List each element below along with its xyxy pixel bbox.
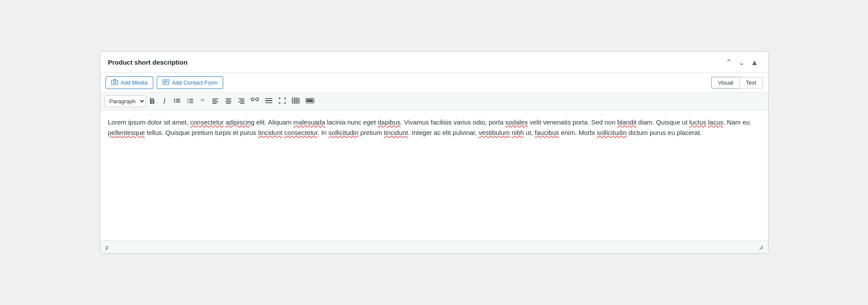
italic-icon: I: [163, 98, 165, 105]
link-button[interactable]: [248, 96, 261, 107]
paragraph-select[interactable]: Paragraph: [105, 95, 146, 107]
content-paragraph: Lorem ipsum dolor sit amet, consectetur …: [108, 117, 760, 138]
add-media-icon: [111, 79, 118, 86]
svg-rect-21: [212, 103, 217, 104]
svg-rect-9: [176, 100, 180, 101]
resize-handle[interactable]: [757, 243, 763, 251]
svg-rect-27: [240, 100, 244, 101]
svg-rect-11: [176, 102, 180, 102]
svg-rect-45: [308, 101, 311, 102]
add-contact-form-button[interactable]: Add Contact Form: [157, 76, 224, 89]
collapse-up-button[interactable]: ⌃: [724, 58, 734, 67]
svg-rect-23: [226, 100, 231, 101]
svg-rect-33: [265, 102, 272, 103]
table-button[interactable]: [289, 96, 302, 107]
keyboard-shortcuts-button[interactable]: [303, 96, 317, 107]
bold-icon: B: [150, 98, 155, 105]
svg-rect-20: [212, 102, 218, 102]
add-contact-form-label: Add Contact Form: [172, 79, 218, 86]
svg-rect-43: [311, 99, 312, 100]
editor-container: Product short description ⌃ ⌄ ▲ Add Medi…: [100, 51, 769, 254]
align-left-icon: [212, 98, 219, 105]
keyboard-icon: [306, 98, 314, 105]
fullscreen-icon: [279, 98, 286, 105]
ul-icon: [174, 98, 181, 105]
toolbar-row: Add Media Add Contact Form Visual Text: [100, 73, 768, 93]
table-icon: [292, 98, 300, 105]
align-right-icon: [238, 98, 245, 105]
format-toolbar: Paragraph B I 1.2.3. “: [100, 93, 768, 110]
svg-rect-17: [189, 102, 193, 103]
svg-text:3.: 3.: [187, 101, 189, 104]
fullscreen-button[interactable]: [276, 96, 288, 107]
svg-point-10: [174, 102, 175, 102]
bold-button[interactable]: B: [147, 95, 158, 107]
link-icon: [251, 98, 259, 105]
svg-point-1: [113, 81, 116, 83]
unordered-list-button[interactable]: [171, 96, 183, 107]
html-tag-indicator: p: [106, 244, 109, 250]
svg-point-8: [174, 100, 175, 101]
svg-rect-31: [265, 98, 272, 99]
align-left-button[interactable]: [209, 96, 221, 107]
ordered-list-button[interactable]: 1.2.3.: [184, 96, 196, 107]
editor-title: Product short description: [108, 59, 188, 66]
blockquote-button[interactable]: “: [197, 96, 208, 107]
svg-rect-19: [212, 100, 217, 101]
blockquote-icon: “: [201, 97, 205, 105]
text-tab-button[interactable]: Text: [739, 77, 763, 89]
view-tabs: Visual Text: [711, 77, 762, 89]
visual-tab-button[interactable]: Visual: [711, 77, 739, 89]
svg-rect-42: [310, 99, 311, 100]
svg-rect-13: [189, 98, 193, 99]
editor-header: Product short description ⌃ ⌄ ▲: [100, 52, 768, 73]
svg-rect-40: [307, 99, 308, 100]
align-center-icon: [225, 98, 232, 105]
add-contact-icon: [162, 79, 169, 86]
editor-footer: p: [100, 240, 768, 253]
svg-rect-22: [225, 98, 231, 99]
svg-rect-46: [312, 101, 313, 102]
svg-rect-41: [308, 99, 309, 100]
horizontal-rule-button[interactable]: [262, 96, 275, 107]
ol-icon: 1.2.3.: [187, 98, 194, 105]
editor-content-area[interactable]: Lorem ipsum dolor sit amet, consectetur …: [100, 110, 768, 240]
svg-rect-24: [225, 102, 231, 102]
svg-rect-25: [226, 103, 231, 104]
toolbar-left: Add Media Add Contact Form: [106, 76, 224, 89]
svg-rect-15: [189, 100, 193, 101]
svg-rect-7: [176, 98, 180, 99]
italic-button[interactable]: I: [159, 95, 170, 107]
svg-rect-34: [292, 98, 299, 103]
svg-rect-18: [212, 98, 218, 99]
collapse-down-button[interactable]: ⌄: [736, 58, 746, 67]
svg-line-48: [761, 248, 763, 249]
svg-rect-0: [112, 80, 118, 85]
align-center-button[interactable]: [222, 96, 234, 107]
svg-point-6: [174, 98, 175, 99]
svg-rect-26: [238, 98, 244, 99]
svg-rect-44: [307, 101, 308, 102]
align-right-button[interactable]: [235, 96, 248, 107]
hr-icon: [265, 98, 273, 105]
svg-line-47: [759, 246, 763, 249]
toggle-panel-button[interactable]: ▲: [749, 58, 760, 67]
svg-rect-28: [238, 102, 244, 102]
svg-rect-29: [240, 103, 244, 104]
add-media-label: Add Media: [121, 79, 148, 86]
header-controls: ⌃ ⌄ ▲: [724, 58, 760, 67]
add-media-button[interactable]: Add Media: [106, 76, 153, 89]
